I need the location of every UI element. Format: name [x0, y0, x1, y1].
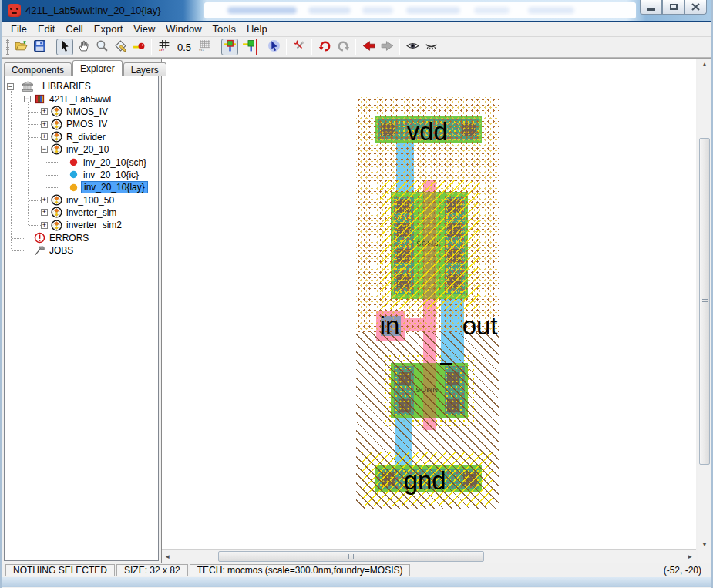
expand-toggle[interactable]: + — [41, 121, 48, 128]
tree-item-label[interactable]: inv_100_50 — [64, 195, 116, 206]
zoom-icon — [96, 39, 109, 55]
toolbar-grip[interactable] — [6, 39, 9, 55]
grid-spacing-value[interactable]: 0.5 — [177, 42, 191, 53]
tree-item-r-divider[interactable]: +R_divider — [5, 131, 158, 143]
tree-item-label[interactable]: LIBRARIES — [40, 81, 93, 92]
pan-hand-button[interactable] — [75, 39, 92, 55]
vertical-scroll-thumb[interactable] — [699, 138, 710, 465]
tree-item-label[interactable]: 421L_Lab5wwl — [47, 94, 113, 105]
edit-node-button[interactable] — [112, 39, 129, 55]
minimize-button[interactable] — [640, 0, 662, 15]
tree-item-421l-lab5wwl[interactable]: −421L_Lab5wwl — [5, 92, 158, 105]
scroll-right-button[interactable]: ► — [684, 550, 696, 563]
tree-item-label[interactable]: inv_20_10 — [64, 144, 111, 155]
explorer-tree: −LIBRARIES−421L_Lab5wwl+NMOS_IV+PMOS_IV+… — [5, 76, 158, 257]
redo-button[interactable] — [335, 39, 351, 55]
menu-view[interactable]: View — [128, 22, 160, 36]
maximize-button[interactable] — [662, 0, 684, 15]
scroll-up-button[interactable]: ▲ — [698, 59, 711, 70]
tree-stub-line — [29, 112, 41, 113]
collapse-toggle[interactable]: − — [41, 146, 48, 153]
expand-toggle[interactable]: + — [41, 222, 48, 229]
vdd-label[interactable]: vdd — [407, 119, 448, 144]
toolbar-separator — [311, 39, 312, 55]
tree-item-libraries[interactable]: −LIBRARIES — [5, 80, 158, 92]
tree-item-label[interactable]: JOBS — [47, 245, 76, 256]
preferences-icon — [293, 39, 306, 55]
menu-tools[interactable]: Tools — [207, 22, 241, 36]
select-arrow-button[interactable] — [56, 39, 73, 55]
open-library-button[interactable] — [12, 39, 29, 55]
tree-item-label[interactable]: inverter_sim2 — [64, 220, 124, 230]
gnd-label[interactable]: gnd — [404, 468, 446, 493]
tab-layers[interactable]: Layers — [123, 62, 166, 76]
pin-export-button[interactable] — [240, 39, 257, 55]
tree-item-label[interactable]: inv_20_10{lay} — [81, 181, 148, 193]
titlebar[interactable]: 421L_Lab5wwl:inv_20_10{lay} — [2, 0, 711, 22]
pin-toggle-button[interactable] — [221, 39, 238, 55]
tree-item-errors[interactable]: ERRORS — [5, 232, 158, 244]
special-select-button[interactable] — [265, 39, 282, 55]
vertical-scrollbar[interactable]: ▲ ▼ — [698, 59, 711, 550]
ghost-smudge — [227, 7, 297, 14]
save-library-button[interactable] — [31, 39, 48, 55]
menu-cell[interactable]: Cell — [60, 22, 88, 36]
undo-button[interactable] — [316, 39, 333, 55]
tree-item-inv-100-50[interactable]: +inv_100_50 — [5, 194, 158, 207]
tree-item-label[interactable]: inv_20_10{sch} — [81, 157, 149, 168]
tree-stub-line — [29, 150, 41, 150]
menu-export[interactable]: Export — [89, 22, 129, 36]
tab-explorer[interactable]: Explorer — [72, 60, 123, 76]
explorer-panel: ComponentsExplorerLayers −LIBRARIES−421L… — [2, 59, 161, 563]
measure-button[interactable] — [130, 39, 147, 55]
tree-item-inverter-sim[interactable]: +inverter_sim — [5, 207, 158, 219]
preferences-button[interactable] — [291, 39, 308, 55]
menu-edit[interactable]: Edit — [32, 22, 60, 36]
back-button[interactable] — [360, 39, 377, 55]
grid-align-button[interactable]: ‹‹‹ — [196, 39, 213, 55]
ghost-smudge — [528, 7, 574, 14]
tree-item-jobs[interactable]: JOBS — [5, 244, 158, 257]
tree-item-label[interactable]: inv_20_10{ic} — [81, 170, 141, 180]
tree-item-label[interactable]: inverter_sim — [64, 207, 119, 218]
tree-item-label[interactable]: PMOS_IV — [64, 119, 109, 129]
tree-item-inv-20-10-ic-[interactable]: inv_20_10{ic} — [5, 169, 158, 181]
horizontal-scrollbar[interactable]: ◄ ► — [162, 549, 696, 563]
menu-help[interactable]: Help — [241, 22, 273, 36]
grid-button[interactable]: ››› — [156, 39, 173, 55]
tree-item-nmos-iv[interactable]: +NMOS_IV — [5, 106, 158, 118]
collapse-eye-button[interactable] — [422, 39, 439, 55]
select-arrow-icon — [59, 39, 72, 55]
tree-item-label[interactable]: NMOS_IV — [64, 106, 110, 117]
toolbar-separator — [261, 39, 261, 55]
tree-item-pmos-iv[interactable]: +PMOS_IV — [5, 118, 158, 130]
horizontal-scroll-thumb[interactable] — [218, 551, 484, 562]
tree-item-label[interactable]: R_divider — [64, 132, 108, 143]
tree-item-inv-20-10-sch-[interactable]: inv_20_10{sch} — [5, 156, 158, 168]
scroll-left-button[interactable]: ◄ — [162, 550, 173, 563]
out-label[interactable]: out — [462, 313, 498, 338]
close-button[interactable] — [684, 0, 707, 15]
ghost-smudge — [308, 7, 351, 14]
expand-toggle[interactable]: + — [41, 108, 48, 115]
toolbar-separator — [151, 39, 152, 55]
expand-toggle[interactable]: + — [41, 133, 48, 140]
expand-toggle[interactable]: + — [41, 209, 48, 216]
menu-window[interactable]: Window — [160, 22, 207, 36]
tree-item-inverter-sim2[interactable]: +inverter_sim2 — [5, 219, 158, 231]
tree-item-label[interactable]: ERRORS — [47, 233, 91, 244]
zoom-button[interactable] — [93, 39, 110, 55]
tree-item-inv-20-10[interactable]: −inv_20_10 — [5, 143, 158, 156]
expand-eye-button[interactable] — [404, 39, 421, 55]
collapse-toggle[interactable]: − — [7, 83, 14, 90]
toolbar-separator — [286, 39, 287, 55]
collapse-toggle[interactable]: − — [24, 96, 31, 102]
layout-canvas[interactable]: PMOS NMOS — [162, 59, 696, 550]
tree-item-inv-20-10-lay-[interactable]: inv_20_10{lay} — [5, 181, 158, 193]
tab-components[interactable]: Components — [4, 62, 72, 76]
menu-file[interactable]: File — [5, 22, 32, 36]
forward-button[interactable] — [378, 39, 395, 55]
in-label[interactable]: in — [380, 313, 400, 338]
expand-toggle[interactable]: + — [41, 197, 48, 203]
scroll-down-button[interactable]: ▼ — [698, 539, 711, 550]
